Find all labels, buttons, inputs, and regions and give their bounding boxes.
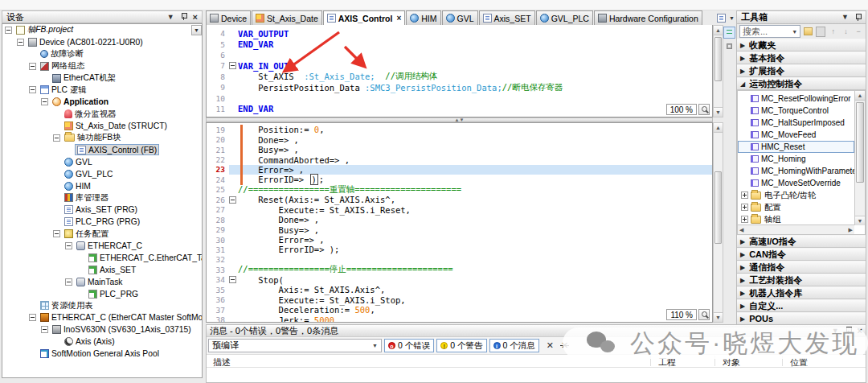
- code-line-38[interactable]: 38 Jerk:= 5000,: [207, 315, 712, 323]
- tree-item-application[interactable]: Application: [2, 96, 202, 108]
- declaration-view-button[interactable]: [723, 27, 735, 39]
- toolbox-search-input[interactable]: 搜索... ▼: [739, 25, 800, 38]
- expander-icon[interactable]: [41, 98, 48, 105]
- code-line-6[interactable]: 6: [207, 50, 712, 60]
- close-icon[interactable]: ×: [193, 14, 198, 21]
- tree-item-ethercat-c[interactable]: ETHERCAT_C: [2, 240, 202, 252]
- toolbox-item-mc-torquecontrol[interactable]: MC_TorqueControl: [738, 105, 865, 117]
- code-line-27[interactable]: 27 Execute:= St_AXIS.i_Reset,: [207, 205, 712, 215]
- tree-item-gvl-plc[interactable]: GVL_PLC: [2, 168, 202, 180]
- chevron-down-icon[interactable]: ▼: [792, 29, 797, 35]
- code-line-37[interactable]: 37 Deceleration:= 500,: [207, 305, 712, 315]
- toolbox-section-扩展指令[interactable]: ▶扩展指令: [737, 64, 866, 77]
- tab-st-axis-date[interactable]: St_Axis_Date: [252, 10, 322, 25]
- toolbox-folder-轴组[interactable]: 轴组: [738, 213, 865, 225]
- tree-item-ethercat-c-ethercat-task[interactable]: ETHERCAT_C.EtherCAT_Task: [2, 252, 202, 264]
- code-line-25[interactable]: 25//================重置轴=================…: [207, 185, 712, 195]
- tree-item-axis-set-prg[interactable]: Axis_SET (PRG): [2, 204, 202, 216]
- pin-icon[interactable]: [854, 14, 862, 22]
- code-line-11[interactable]: 11END_VAR: [207, 104, 712, 114]
- tab-device[interactable]: Device: [206, 10, 251, 25]
- declaration-editor[interactable]: 100 % 4VAR_OUTPUT5END_VAR67VAR_IN_OUT8 S…: [206, 25, 713, 117]
- toolbox-item-mc-homingwithparameter[interactable]: MC_HomingWithParameter: [738, 165, 865, 177]
- toolbox-section-机器人指令库[interactable]: ▶机器人指令库: [737, 286, 866, 299]
- code-line-4[interactable]: 4VAR_OUTPUT: [207, 28, 712, 39]
- remove-icon[interactable]: −: [854, 27, 863, 37]
- code-line-28[interactable]: 28 Done=> ,: [207, 215, 712, 224]
- toolbox-section-通信指令[interactable]: ▶通信指令: [737, 261, 866, 274]
- expander-icon[interactable]: [5, 27, 12, 34]
- code-line-29[interactable]: 29 Busy=> ,: [207, 224, 712, 234]
- toolbox-item-mc-resetfollowingerror[interactable]: MC_ResetFollowingError: [738, 93, 865, 105]
- code-line-23[interactable]: 23 Error=> ,: [207, 165, 712, 175]
- tree-item-axis-control-fb[interactable]: AXIS_Control (FB): [2, 144, 202, 156]
- code-line-24[interactable]: 24 ErrorID=> );: [207, 175, 712, 184]
- column-description[interactable]: 描述: [213, 356, 231, 369]
- tab-axis-set[interactable]: Axis_SET: [479, 10, 535, 25]
- tree-item-ethercat机架[interactable]: EtherCAT机架: [2, 72, 202, 84]
- toolbox-section-运动控制指令[interactable]: ◢运动控制指令: [737, 77, 866, 90]
- tree-item-maintask[interactable]: MainTask: [2, 276, 202, 288]
- window-tool-icon[interactable]: [816, 27, 825, 37]
- tree-item-softmotion-general-axis-pool[interactable]: SoftMotion General Axis Pool: [2, 348, 202, 360]
- code-line-9[interactable]: 9 PersistPosition_Data :SMC3_PersistPosi…: [207, 82, 712, 93]
- toolbox-list-hscrollbar[interactable]: ◀▶: [738, 224, 854, 234]
- code-line-36[interactable]: 36 Execute:= St_AXIS.i_Stop,: [207, 294, 712, 304]
- tab-overflow[interactable]: ▼: [717, 12, 736, 24]
- expander-icon[interactable]: [741, 204, 748, 211]
- code-line-20[interactable]: 20 Done=> ,: [207, 134, 712, 144]
- toolbox-section-自定义[interactable]: ▶自定义...: [737, 299, 866, 312]
- toolbox-folder-电子凸轮-齿轮[interactable]: 电子凸轮/齿轮: [738, 189, 865, 201]
- tree-item-him[interactable]: HIM: [2, 180, 202, 192]
- code-scrollbar[interactable]: ▲ ▼: [713, 122, 723, 323]
- tree-item-微分监视器[interactable]: 微分监视器: [2, 108, 202, 120]
- code-line-35[interactable]: 35 Axis:= St_AXIS.Axis^,: [207, 285, 712, 294]
- tab-close-icon[interactable]: ×: [396, 14, 401, 23]
- expander-icon[interactable]: [17, 39, 24, 46]
- expander-icon[interactable]: [29, 63, 36, 70]
- infos-toggle-button[interactable]: i 0 个消息: [489, 339, 539, 352]
- tab-gvl[interactable]: GVL: [442, 10, 478, 25]
- expander-icon[interactable]: [741, 216, 748, 223]
- tree-item-axis-set[interactable]: Axis_SET: [2, 264, 202, 276]
- toolbox-folder-配置[interactable]: 配置: [738, 201, 865, 213]
- toolbox-section-工艺封装指令[interactable]: ▶工艺封装指令: [737, 274, 866, 286]
- code-line-5[interactable]: 5END_VAR: [207, 39, 712, 49]
- tab-hardware-configuration[interactable]: Hardware Configuration: [594, 10, 702, 25]
- decl-scrollbar[interactable]: ▲ ▼: [713, 25, 723, 117]
- toolbox-item-mc-movefeed[interactable]: MC_MoveFeed: [738, 129, 865, 141]
- toolbox-section-pous[interactable]: ▶POUs: [737, 312, 866, 325]
- expander-icon[interactable]: [29, 86, 36, 93]
- code-line-21[interactable]: 21 Busy=> ,: [207, 145, 712, 154]
- code-line-33[interactable]: 33//================停止==================…: [207, 265, 712, 274]
- code-line-30[interactable]: 30 Error=> ,: [207, 235, 712, 245]
- code-line-26[interactable]: 26 Reset(Axis:= St_AXIS.Axis^,: [207, 195, 712, 204]
- expander-icon[interactable]: [53, 134, 60, 142]
- tree-item-plc-逻辑[interactable]: PLC 逻辑: [2, 84, 202, 96]
- tree-item-资源使用表[interactable]: 资源使用表: [2, 299, 202, 311]
- move-down-icon[interactable]: ↓: [841, 27, 851, 37]
- fold-icon[interactable]: [229, 276, 236, 283]
- tree-item-plc-prg[interactable]: PLC_PRG: [2, 288, 202, 300]
- fold-icon[interactable]: [229, 62, 236, 69]
- tab-list-icon[interactable]: [717, 14, 726, 23]
- tree-item-轴功能fb块[interactable]: 轴功能FB块: [2, 132, 202, 144]
- errors-toggle-button[interactable]: o 0 个错误: [384, 339, 434, 352]
- code-line-19[interactable]: 19 Position:= 0,: [207, 125, 712, 134]
- tree-item-轴fb-project[interactable]: 轴FB.project: [2, 24, 202, 36]
- tree-item-axis-axis[interactable]: Axis (Axis): [2, 336, 202, 348]
- tab-axis-control[interactable]: AXIS_Control×: [323, 10, 406, 25]
- code-line-10[interactable]: 10: [207, 93, 712, 103]
- message-filter-dropdown[interactable]: 预编译 ▼: [208, 339, 382, 352]
- code-line-7[interactable]: 7VAR_IN_OUT: [207, 60, 712, 71]
- tree-item-st-axis-date-struct[interactable]: St_Axis_Date (STRUCT): [2, 120, 202, 132]
- folder-tool-icon[interactable]: [804, 27, 813, 35]
- toolbox-section-高速i-o指令[interactable]: ▶高速I/O指令: [737, 235, 866, 248]
- tree-item-device-ac801-0221-u0r0[interactable]: Device (AC801-0221-U0R0): [2, 36, 202, 48]
- tree-filter-dropdown[interactable]: ▼: [191, 25, 202, 35]
- toolbox-section-基本指令[interactable]: ▶基本指令: [737, 51, 866, 64]
- code-line-8[interactable]: 8 St_AXIS :St_Axis_Date; //调用结构体: [207, 72, 712, 82]
- code-editor[interactable]: 110 % 19 Position:= 0,20 Done=> ,21 Busy…: [206, 122, 713, 323]
- tree-item-gvl[interactable]: GVL: [2, 156, 202, 168]
- tree-item-网络组态[interactable]: 网络组态: [2, 60, 202, 72]
